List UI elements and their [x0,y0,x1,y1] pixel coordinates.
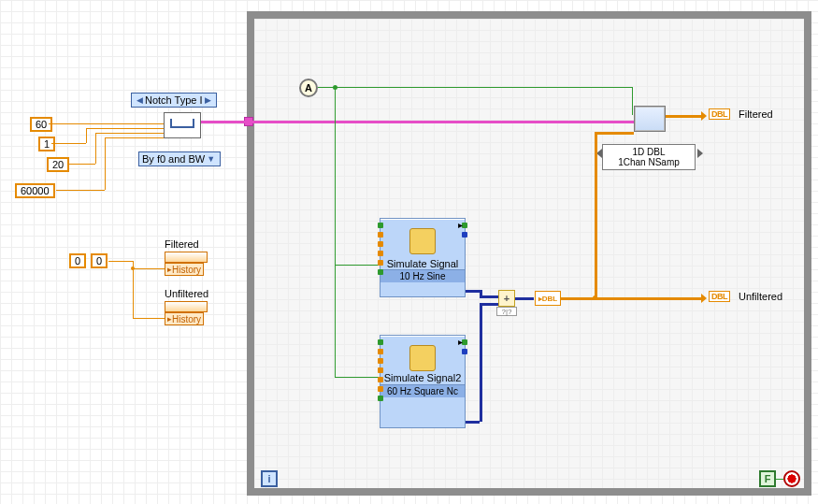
wire-junction [131,266,135,270]
filtered-indicator-label: Filtered [739,108,773,120]
const-fs[interactable]: 60000 [15,183,55,198]
indicator-terminal-arrow [701,294,707,303]
ring-right-arrow-icon: ▶ [203,95,213,105]
wire [561,297,703,300]
unfiltered-indicator-terminal[interactable]: DBL [709,291,730,302]
chevron-down-icon: ▼ [205,154,217,164]
wire [666,115,703,118]
wire [86,128,164,129]
wire [335,87,336,377]
digital-filter-vi[interactable] [164,112,201,138]
express-term [378,251,383,256]
daq-line2: 1Chan NSamp [605,157,693,167]
express-term [462,232,467,238]
filtered-propnode-ref[interactable] [165,252,208,263]
wire [105,137,164,138]
wire [515,297,534,300]
wire [86,128,87,143]
ring-filter-spec-label: By f0 and BW [142,153,205,165]
wire [95,133,164,134]
express-term [378,367,383,373]
wire [49,123,164,124]
wire [133,268,165,269]
while-loop[interactable] [247,11,811,496]
wire [335,265,379,266]
wire-junction [593,295,597,300]
express-term [378,260,383,266]
sim2-sub: 60 Hz Square Nc [387,386,458,396]
wire [466,290,480,293]
express-term [378,232,383,238]
wire [480,303,498,306]
wire [133,318,165,319]
simulate-signal-1[interactable]: Simulate Signal 10 Hz Sine▸ [380,218,466,297]
unfiltered-propnode-label: Unfiltered [165,288,208,299]
unfiltered-history-property[interactable]: ▸ History [165,312,204,325]
history-len-const[interactable]: 0 [91,253,108,268]
express-term [378,396,383,401]
wire [95,133,96,164]
sim1-title: Simulate Signal [380,254,465,269]
express-term [378,386,383,392]
express-term [378,223,383,228]
express-term [378,241,383,247]
express-term [378,269,383,275]
sim1-sub: 10 Hz Sine [400,271,446,281]
wire [335,377,379,378]
sim2-title: Simulate Signal2 [380,371,465,384]
daqmx-read-poly-selector[interactable]: 1D DBL 1Chan NSamp [602,144,696,170]
wire [776,479,783,480]
wire [480,295,498,298]
daqmx-read-icon[interactable] [634,106,666,132]
express-term [378,339,383,345]
wire [67,164,95,165]
ring-filter-type[interactable]: ◀ Notch Type I ▶ [131,93,217,108]
wire [51,143,86,144]
unfiltered-propnode-ref[interactable] [165,301,208,312]
simulate-signal-2[interactable]: Simulate Signal2 60 Hz Square Nc▸ [380,335,466,428]
loop-conditional-terminal[interactable] [783,470,800,487]
poly-selector-arrow-right[interactable] [697,149,703,158]
const-bw[interactable]: 20 [47,157,69,172]
wire [632,87,633,115]
express-term [378,358,383,364]
loop-stop-constant[interactable]: F [759,470,776,487]
const-f0[interactable]: 60 [30,117,52,132]
wire [595,132,597,298]
indicator-terminal-arrow [701,111,707,121]
history-index-const[interactable]: 0 [69,253,86,268]
const-order[interactable]: 1 [38,137,55,151]
filtered-indicator-terminal[interactable]: DBL [709,108,730,120]
filtered-history-property[interactable]: ▸ History [165,263,204,276]
loop-iteration-terminal: i [261,470,278,487]
express-term [378,377,383,382]
daq-line1: 1D DBL [605,147,693,157]
wire [105,137,106,190]
first-call-node: A [299,79,318,97]
wire [108,261,133,262]
wire [466,421,480,424]
wire [595,132,634,135]
wire [480,303,482,422]
wire-filter-ref [201,121,636,123]
merge-signals[interactable]: + [498,290,515,307]
ring-filter-spec[interactable]: By f0 and BW ▼ [138,151,221,166]
wire [335,87,632,88]
wire-junction [333,85,337,90]
convert-to-array-dbl[interactable]: ▸DBL [535,291,561,306]
express-term [378,349,383,354]
wire [56,190,105,191]
merge-signals-bottom: ?|? [496,307,517,316]
ring-filter-type-label: Notch Type I [145,94,203,106]
express-vi-icon [409,345,436,371]
ring-left-arrow-icon: ◀ [135,95,145,105]
filtered-propnode-label: Filtered [165,238,199,250]
unfiltered-indicator-label: Unfiltered [739,291,782,302]
express-vi-icon [409,228,436,254]
express-term [462,349,467,354]
